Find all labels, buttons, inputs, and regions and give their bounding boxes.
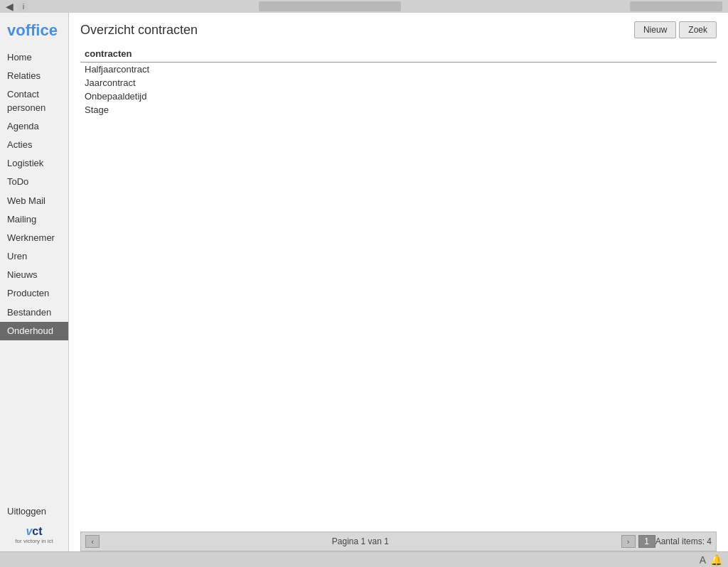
table-container: contracten HalfjaarcontractJaarcontractO… bbox=[69, 45, 728, 531]
header-buttons: Nieuw Zoek bbox=[634, 21, 717, 38]
prev-page-button[interactable]: ‹ bbox=[85, 535, 100, 548]
sidebar-item-uren[interactable]: Uren bbox=[0, 247, 68, 266]
items-count: Aantal items: 4 bbox=[655, 536, 712, 546]
sidebar-item-mailing[interactable]: Mailing bbox=[0, 210, 68, 229]
url-bar[interactable] bbox=[259, 1, 401, 11]
sidebar-item-todo[interactable]: ToDo bbox=[0, 173, 68, 191]
logo: voffice bbox=[0, 16, 68, 48]
page-info: Pagina 1 van 1 bbox=[100, 536, 621, 546]
pagination-bar: ‹ Pagina 1 van 1 › 1 Aantal items: 4 bbox=[80, 531, 717, 551]
new-button[interactable]: Nieuw bbox=[634, 21, 676, 38]
sidebar-item-home[interactable]: Home bbox=[0, 48, 68, 67]
info-button[interactable]: i bbox=[18, 1, 29, 12]
sidebar-item-producten[interactable]: Producten bbox=[0, 284, 68, 303]
table-row[interactable]: Stage bbox=[80, 103, 717, 117]
vct-tagline: for victory in ict bbox=[15, 538, 53, 544]
contract-name: Jaarcontract bbox=[80, 76, 717, 90]
contracts-table: contracten HalfjaarcontractJaarcontractO… bbox=[80, 45, 717, 117]
vct-v: v bbox=[26, 525, 32, 538]
vct-logo-text: v ct bbox=[26, 525, 42, 538]
sidebar-item-acties[interactable]: Acties bbox=[0, 136, 68, 154]
next-page-button[interactable]: › bbox=[621, 535, 636, 548]
table-body: HalfjaarcontractJaarcontractOnbepaaldeti… bbox=[80, 63, 717, 117]
contract-name: Onbepaaldetijd bbox=[80, 90, 717, 103]
sidebar: voffice HomeRelatiesContact personenAgen… bbox=[0, 13, 69, 551]
back-button[interactable]: ◀ bbox=[6, 1, 14, 12]
browser-right-bar bbox=[630, 1, 722, 11]
bottom-bar: A 🔔 bbox=[0, 551, 728, 567]
font-size-icon[interactable]: A bbox=[700, 554, 706, 566]
page-title: Overzicht contracten bbox=[80, 23, 198, 38]
browser-top-bar: ◀ i bbox=[0, 0, 728, 13]
logo-office: office bbox=[16, 21, 58, 39]
logo-v: v bbox=[7, 21, 16, 39]
main-container: voffice HomeRelatiesContact personenAgen… bbox=[0, 13, 728, 551]
sidebar-item-bestanden[interactable]: Bestanden bbox=[0, 303, 68, 322]
logo-text: voffice bbox=[7, 21, 61, 40]
table-row[interactable]: Jaarcontract bbox=[80, 76, 717, 90]
content-area: Overzicht contracten Nieuw Zoek contract… bbox=[69, 13, 728, 551]
sidebar-footer: v ct for victory in ict bbox=[0, 519, 68, 551]
nav-items: HomeRelatiesContact personenAgendaActies… bbox=[0, 48, 68, 490]
browser-right bbox=[630, 1, 722, 11]
vct-logo: v ct for victory in ict bbox=[7, 525, 61, 544]
nav-divider bbox=[0, 490, 68, 497]
notification-icon[interactable]: 🔔 bbox=[710, 554, 722, 566]
table-row[interactable]: Halfjaarcontract bbox=[80, 63, 717, 77]
table-head: contracten bbox=[80, 45, 717, 63]
col-contracten: contracten bbox=[80, 45, 717, 63]
current-page-box: 1 bbox=[638, 535, 655, 548]
contract-name: Stage bbox=[80, 103, 717, 117]
vct-ct: ct bbox=[32, 525, 42, 538]
sidebar-item-contact-personen[interactable]: Contact personen bbox=[0, 85, 68, 117]
browser-nav: ◀ i bbox=[6, 1, 29, 12]
sidebar-item-werknemer[interactable]: Werknemer bbox=[0, 229, 68, 247]
contract-name: Halfjaarcontract bbox=[80, 63, 717, 77]
sidebar-item-logistiek[interactable]: Logistiek bbox=[0, 154, 68, 173]
sidebar-item-agenda[interactable]: Agenda bbox=[0, 117, 68, 136]
sidebar-item-nieuws[interactable]: Nieuws bbox=[0, 266, 68, 284]
sidebar-item-onderhoud[interactable]: Onderhoud bbox=[0, 322, 68, 340]
sidebar-item-relaties[interactable]: Relaties bbox=[0, 67, 68, 85]
url-bar-container bbox=[35, 1, 624, 11]
table-row[interactable]: Onbepaaldetijd bbox=[80, 90, 717, 103]
content-header: Overzicht contracten Nieuw Zoek bbox=[69, 13, 728, 45]
sidebar-item-web-mail[interactable]: Web Mail bbox=[0, 192, 68, 210]
logout-button[interactable]: Uitloggen bbox=[0, 503, 68, 519]
search-button[interactable]: Zoek bbox=[679, 21, 717, 38]
